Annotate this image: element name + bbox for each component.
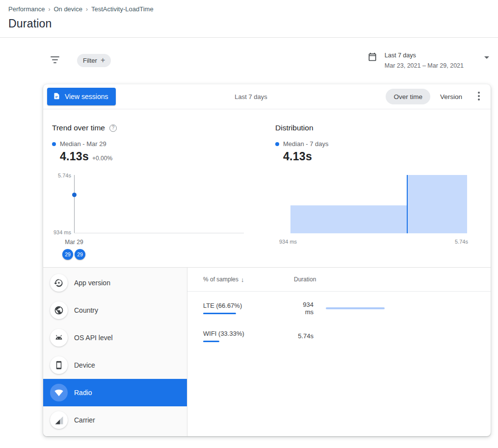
distribution-plot: [275, 175, 482, 233]
view-sessions-label: View sessions: [65, 93, 108, 100]
breadcrumb-separator: ›: [86, 6, 88, 13]
duration-value: 5.74s: [294, 332, 314, 340]
distribution-axis: 934 ms 5.74s: [279, 239, 468, 245]
attributes-sidebar: App version Country OS API level Device: [43, 268, 187, 436]
distribution-legend-label: Median - 7 days: [283, 140, 329, 148]
sidebar-item-carrier[interactable]: Carrier: [43, 406, 187, 434]
calendar-icon: [367, 52, 377, 64]
column-header-duration[interactable]: Duration: [294, 276, 316, 283]
date-range-text: Mar 23, 2021 – Mar 29, 2021: [385, 62, 464, 69]
trend-title: Trend over time: [52, 124, 105, 132]
x-axis-tick: Mar 29: [64, 239, 84, 246]
more-options-button[interactable]: [474, 90, 484, 104]
wifi-icon: [50, 384, 68, 401]
date-range-picker[interactable]: Last 7 days Mar 23, 2021 – Mar 29, 2021: [367, 52, 489, 69]
sidebar-item-label: Carrier: [74, 416, 95, 424]
x-axis-min-label: 934 ms: [279, 239, 297, 245]
app-version-icon: [50, 274, 68, 292]
trend-plot: 5.74s 934 ms: [52, 175, 275, 233]
row-label: WIFI (33.33%): [203, 330, 244, 337]
trend-value-row: 4.13s +0.00%: [60, 150, 275, 163]
breadcrumb-on-device[interactable]: On device: [53, 5, 82, 13]
table-row-wifi[interactable]: WIFI (33.33%) 5.74s: [187, 322, 491, 350]
sidebar-item-device[interactable]: Device: [43, 351, 187, 379]
breakdown-table: % of samples ↓ Duration LTE (66.67%) 934…: [187, 268, 491, 436]
samples-header-label: % of samples: [203, 276, 238, 283]
x-axis-line: [74, 233, 244, 233]
breadcrumb: Performance › On device › TestActivity-L…: [8, 5, 490, 13]
page-header: Performance › On device › TestActivity-L…: [0, 0, 498, 30]
document-icon: [53, 92, 60, 101]
smartphone-icon: [50, 356, 68, 374]
breadcrumb-current-trace: TestActivity-LoadTime: [91, 5, 154, 13]
view-tabs: Over time Version: [386, 89, 470, 104]
row-label: LTE (66.67%): [203, 302, 242, 309]
chevron-down-icon: [484, 56, 489, 59]
breadcrumb-performance[interactable]: Performance: [8, 5, 45, 13]
globe-icon: [50, 301, 68, 319]
trend-legend: Median - Mar 29: [52, 140, 275, 148]
view-sessions-button[interactable]: View sessions: [47, 88, 116, 105]
sidebar-item-label: Country: [74, 306, 98, 314]
date-range-slider: 29 29: [62, 249, 275, 260]
help-icon[interactable]: ?: [109, 124, 117, 132]
tab-over-time[interactable]: Over time: [386, 89, 430, 104]
breadcrumb-separator: ›: [48, 6, 50, 13]
android-icon: [50, 329, 68, 347]
duration-spark-bar: [326, 307, 385, 309]
legend-dot-icon: [52, 142, 56, 146]
histogram-bar: [290, 205, 407, 233]
date-preset-label: Last 7 days: [385, 52, 464, 59]
percent-bar: [203, 341, 219, 342]
distribution-legend: Median - 7 days: [275, 140, 482, 148]
percent-bar: [203, 313, 236, 314]
cell-signal-icon: [50, 411, 68, 429]
card-header: View sessions Last 7 days Over time Vers…: [43, 84, 491, 109]
sidebar-item-os-api-level[interactable]: OS API level: [43, 324, 187, 351]
range-slider-handle-end[interactable]: 29: [75, 249, 85, 260]
sidebar-item-label: Radio: [74, 389, 92, 397]
duration-card: View sessions Last 7 days Over time Vers…: [43, 84, 491, 436]
sidebar-item-label: Device: [74, 361, 95, 369]
sidebar-item-country[interactable]: Country: [43, 297, 187, 324]
column-header-samples[interactable]: % of samples ↓: [203, 276, 294, 283]
header-divider: [0, 37, 498, 38]
sidebar-item-label: OS API level: [74, 334, 113, 342]
distribution-median-value: 4.13s: [283, 150, 312, 163]
sidebar-item-radio[interactable]: Radio: [43, 379, 187, 406]
filter-bar: Filter + Last 7 days Mar 23, 2021 – Mar …: [49, 50, 489, 71]
charts-section: Trend over time ? Median - Mar 29 4.13s …: [43, 109, 491, 267]
kebab-menu-icon: [478, 92, 480, 102]
table-header-row: % of samples ↓ Duration: [187, 268, 491, 292]
table-row-lte[interactable]: LTE (66.67%) 934 ms: [187, 294, 491, 322]
histogram-bar: [407, 175, 467, 233]
duration-value: 934 ms: [294, 301, 314, 316]
distribution-value-row: 4.13s: [283, 150, 482, 163]
filter-list-icon: [51, 56, 59, 65]
breakdown-section: App version Country OS API level Device: [43, 267, 491, 436]
filter-list-button[interactable]: [49, 54, 61, 67]
sidebar-item-app-version[interactable]: App version: [43, 269, 187, 297]
page-title: Duration: [8, 17, 490, 30]
date-texts: Last 7 days Mar 23, 2021 – Mar 29, 2021: [385, 52, 464, 69]
distribution-title: Distribution: [275, 124, 314, 132]
median-marker-line: [407, 175, 408, 233]
trend-legend-label: Median - Mar 29: [60, 140, 106, 148]
filter-chip-label: Filter: [83, 57, 97, 64]
sidebar-item-label: App version: [74, 279, 110, 287]
y-axis-min-label: 934 ms: [52, 229, 71, 235]
trend-delta: +0.00%: [92, 155, 112, 162]
plus-icon: +: [101, 56, 105, 64]
period-label: Last 7 days: [116, 93, 386, 100]
filter-chip[interactable]: Filter +: [77, 54, 111, 67]
legend-dot-icon: [275, 142, 279, 146]
trend-median-value: 4.13s: [60, 150, 89, 163]
trend-median-point: [72, 193, 77, 197]
y-axis-max-label: 5.74s: [52, 173, 71, 178]
y-axis-line: [74, 175, 75, 233]
x-axis-max-label: 5.74s: [455, 239, 468, 245]
distribution-chart-panel: Distribution Median - 7 days 4.13s 934 m…: [275, 124, 482, 267]
tab-version[interactable]: Version: [432, 89, 470, 104]
trend-chart-panel: Trend over time ? Median - Mar 29 4.13s …: [52, 124, 275, 267]
range-slider-handle-start[interactable]: 29: [62, 249, 73, 260]
